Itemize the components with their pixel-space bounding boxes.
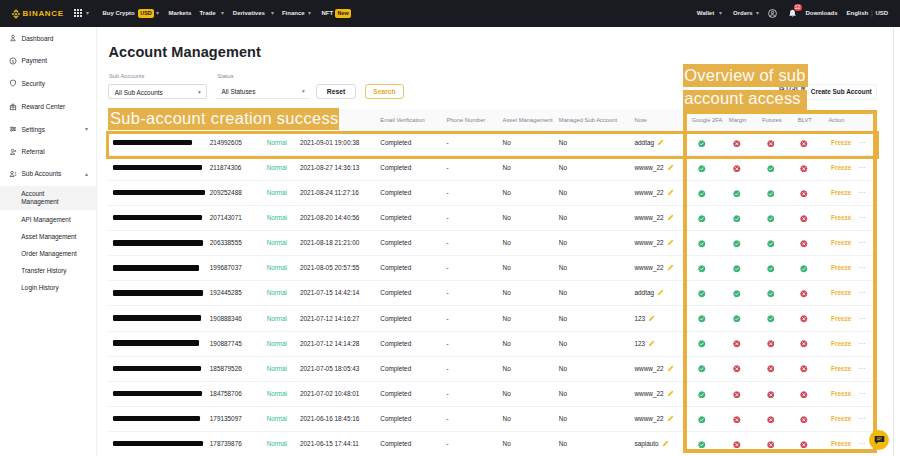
svg-text:$: $: [12, 58, 15, 63]
